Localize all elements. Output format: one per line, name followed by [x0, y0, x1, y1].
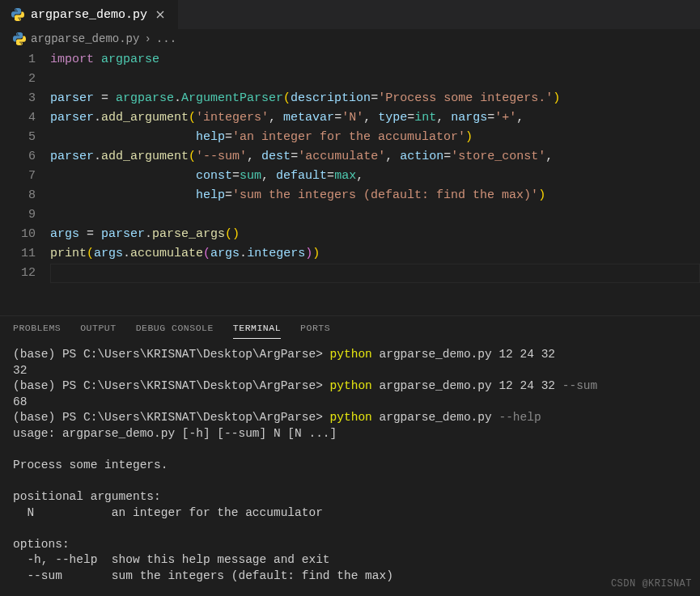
tab-problems[interactable]: PROBLEMS [13, 323, 61, 339]
close-icon[interactable] [154, 8, 167, 21]
breadcrumb-file: argparse_demo.py [31, 32, 139, 45]
bottom-panel: PROBLEMS OUTPUT DEBUG CONSOLE TERMINAL P… [0, 315, 700, 596]
terminal[interactable]: (base) PS C:\Users\KRISNAT\Desktop\ArgPa… [0, 339, 700, 596]
line-number-gutter: 123 456 789 101112 [0, 50, 50, 283]
breadcrumb-sep: › [144, 32, 151, 45]
tab-filename: argparse_demo.py [31, 8, 147, 22]
tab-ports[interactable]: PORTS [300, 323, 330, 339]
tab-bar: argparse_demo.py [0, 0, 700, 29]
tab-debug-console[interactable]: DEBUG CONSOLE [136, 323, 214, 339]
python-file-icon [11, 8, 24, 21]
tab-argparse-demo[interactable]: argparse_demo.py [0, 0, 179, 29]
panel-tabs: PROBLEMS OUTPUT DEBUG CONSOLE TERMINAL P… [0, 316, 700, 339]
tab-output[interactable]: OUTPUT [80, 323, 116, 339]
breadcrumb[interactable]: argparse_demo.py › ... [0, 29, 700, 49]
tab-terminal[interactable]: TERMINAL [233, 323, 281, 339]
python-file-icon [13, 32, 26, 45]
editor[interactable]: 123 456 789 101112 import argparse parse… [0, 49, 700, 283]
breadcrumb-more: ... [156, 32, 176, 45]
code-area[interactable]: import argparse parser = argparse.Argume… [50, 50, 700, 283]
watermark: CSDN @KRISNAT [611, 578, 692, 590]
